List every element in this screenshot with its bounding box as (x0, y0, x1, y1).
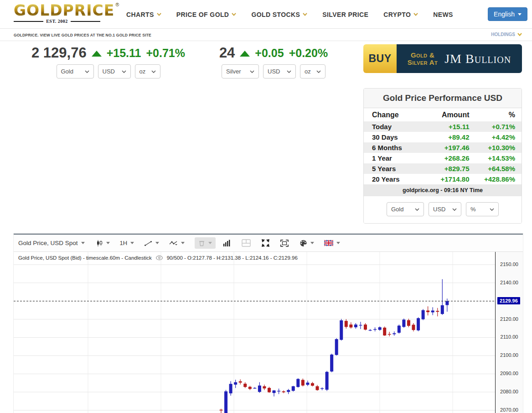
chart-type-dropdown[interactable] (96, 240, 110, 247)
caret-down-icon (518, 13, 522, 16)
chart-region: Gold Price, USD Spot (Bid) - timescale.6… (14, 252, 523, 413)
col-header-percent: % (482, 108, 522, 121)
caret-down-icon (181, 242, 185, 244)
nav-item-news[interactable]: NEWS (433, 11, 453, 18)
chevron-down-icon (157, 13, 161, 16)
chart-language-dropdown[interactable] (324, 240, 340, 246)
logo-rule-left (14, 21, 43, 22)
chevron-down-icon (415, 208, 419, 211)
caret-down-icon (130, 242, 134, 244)
chevron-down-icon (232, 13, 236, 16)
silver-price-change: +0.05 (255, 47, 284, 60)
gold-price-percent: +0.71% (146, 47, 185, 60)
performance-mode-select[interactable]: % (466, 202, 499, 216)
studies-dropdown[interactable] (169, 240, 185, 246)
nav-item-price-of-gold[interactable]: PRICE OF GOLD (176, 11, 237, 18)
caret-down-icon (208, 242, 212, 244)
nav-item-gold-stocks[interactable]: GOLD STOCKS (251, 11, 307, 18)
col-header-change: Change (364, 108, 424, 121)
caret-down-icon (106, 242, 110, 244)
language-button[interactable]: English (488, 7, 527, 21)
gold-price-change: +15.11 (107, 47, 141, 60)
price-axis[interactable]: 2150.002140.002120.002110.002100.002090.… (495, 252, 523, 413)
gold-silver-at-label: Gold & Silver At (408, 52, 438, 66)
chevron-down-icon (303, 13, 307, 16)
chevron-down-icon (151, 70, 156, 73)
silver-metal-select[interactable]: Silver (222, 64, 259, 78)
banner-right: Gold & Silver At JM Bullion (397, 44, 522, 73)
grid-layout-button[interactable] (242, 239, 251, 247)
buy-label: BUY (363, 44, 397, 73)
price-axis-label: 2140.00 (496, 280, 523, 285)
expand-chart-button[interactable] (262, 239, 269, 247)
theme-dropdown[interactable] (300, 240, 314, 247)
silver-price-percent: +0.20% (289, 47, 328, 60)
price-axis-label: 2150.00 (496, 261, 523, 267)
up-arrow-icon (240, 51, 250, 57)
volume-toggle-button[interactable] (223, 240, 231, 246)
chart-widget: Gold Price, USD Spot 1H (14, 234, 523, 413)
navbar: GOLDPRICE ® EST. 2002 CHARTS PRICE OF GO… (0, 0, 532, 29)
symbol-dropdown[interactable]: Gold Price, USD Spot (18, 240, 85, 246)
candlestick-type-icon (96, 240, 103, 247)
jm-bullion-ad-banner[interactable]: BUY Gold & Silver At JM Bullion (363, 44, 522, 73)
chart-series-title: Gold Price, USD Spot (Bid) - timescale.6… (18, 255, 152, 261)
uk-flag-icon (324, 240, 333, 246)
chart-toolbar: Gold Price, USD Spot 1H (14, 235, 523, 252)
holdings-link[interactable]: HOLDINGS (491, 32, 522, 37)
site-tagline: GOLDPRICE. VIEW LIVE GOLD PRICES AT THE … (14, 33, 151, 37)
logo-text: GOLDPRICE (14, 3, 114, 18)
nav-item-charts[interactable]: CHARTS (126, 11, 161, 18)
candlestick-chart-canvas[interactable] (14, 252, 495, 413)
caret-down-icon (310, 242, 314, 244)
nav-item-crypto[interactable]: CRYPTO (383, 11, 418, 18)
caret-down-icon (155, 242, 159, 244)
chevron-down-icon (316, 70, 321, 73)
silver-currency-select[interactable]: USD (263, 64, 296, 78)
subbar: GOLDPRICE. VIEW LIVE GOLD PRICES AT THE … (0, 29, 532, 41)
gold-performance-card: Gold Price Performance USD Change Amount… (363, 88, 522, 224)
table-row: 6 Months +197.46 +10.30% (364, 142, 522, 153)
silver-price-value: 24 (219, 45, 235, 61)
price-axis-label: 2100.00 (496, 352, 523, 358)
chart-info-line: Gold Price, USD Spot (Bid) - timescale.6… (18, 255, 298, 261)
eye-icon[interactable] (156, 256, 163, 260)
silver-unit-select[interactable]: oz (300, 64, 325, 78)
nav-item-silver-price[interactable]: SILVER PRICE (322, 11, 368, 18)
draw-line-tool-dropdown[interactable] (144, 240, 159, 246)
chevron-down-icon (452, 208, 457, 211)
performance-timestamp: goldprice.org - 09:16 NY Time (364, 184, 522, 196)
col-header-amount: Amount (424, 108, 482, 121)
table-row: 20 Years +1714.80 +428.86% (364, 174, 522, 184)
table-row: 1 Year +268.26 +14.53% (364, 153, 522, 163)
volume-bars-icon (223, 240, 231, 246)
price-axis-label: 2120.00 (496, 316, 523, 322)
table-row: 30 Days +89.42 +4.42% (364, 132, 522, 142)
palette-icon (300, 240, 307, 247)
fullscreen-button[interactable] (280, 240, 289, 247)
fullscreen-frame-icon (280, 240, 289, 247)
table-row: 5 Years +829.75 +64.58% (364, 163, 522, 174)
gold-price-value: 2 129,76 (31, 45, 87, 61)
registered-mark: ® (115, 2, 119, 7)
price-axis-label: 2110.00 (496, 334, 523, 340)
up-arrow-icon (92, 51, 102, 57)
logo-rule-right (71, 21, 100, 22)
gold-metal-select[interactable]: Gold (57, 64, 94, 78)
logo-established: EST. 2002 (14, 19, 100, 24)
chevron-down-icon (250, 70, 254, 73)
chevron-down-icon (517, 33, 522, 36)
performance-metal-select[interactable]: Gold (387, 202, 424, 216)
price-axis-label: 2080.00 (496, 389, 523, 394)
goldprice-logo[interactable]: GOLDPRICE ® EST. 2002 (14, 3, 105, 24)
performance-title: Gold Price Performance USD (364, 89, 522, 108)
price-axis-label: 2090.00 (496, 371, 523, 376)
timeframe-dropdown[interactable]: 1H (120, 240, 134, 246)
gold-currency-select[interactable]: USD (98, 64, 131, 78)
chevron-down-icon (287, 70, 291, 73)
chevron-down-icon (413, 13, 418, 16)
gold-quote: 2 129,76 +15.11 +0.71% Gold USD oz (14, 45, 203, 78)
performance-currency-select[interactable]: USD (429, 202, 461, 216)
chevron-down-icon (85, 70, 89, 73)
gold-unit-select[interactable]: oz (135, 64, 160, 78)
